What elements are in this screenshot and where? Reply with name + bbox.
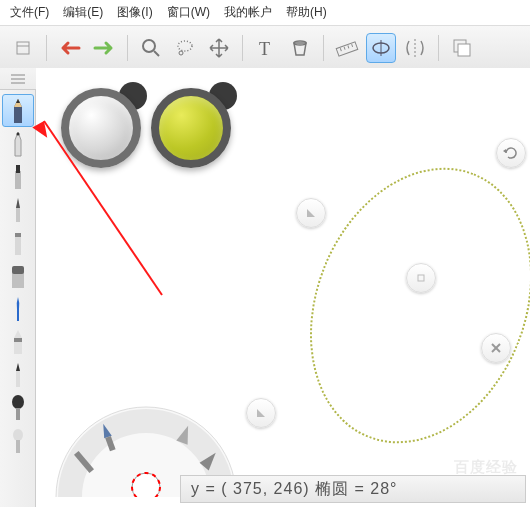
resize-handle-2[interactable]	[246, 398, 276, 428]
menu-help[interactable]: 帮助(H)	[286, 4, 327, 21]
marker-icon	[10, 163, 26, 191]
svg-marker-23	[16, 99, 20, 103]
svg-point-4	[178, 41, 192, 51]
ruler-button[interactable]	[332, 33, 362, 63]
triangle-icon	[255, 407, 267, 419]
color-ring-icon[interactable]	[132, 473, 160, 497]
symmetry-button[interactable]	[400, 33, 430, 63]
svg-point-24	[16, 132, 19, 135]
bucket-button[interactable]	[285, 33, 315, 63]
pencil-icon	[8, 97, 28, 125]
puck-ring	[151, 88, 231, 168]
separator	[242, 35, 243, 61]
lasso-icon	[174, 37, 196, 59]
symmetry-icon	[403, 37, 427, 59]
svg-marker-37	[307, 209, 315, 217]
separator	[127, 35, 128, 61]
rotate-handle[interactable]	[496, 138, 526, 168]
separator	[46, 35, 47, 61]
airbrush-icon	[9, 328, 27, 356]
svg-rect-29	[12, 272, 24, 288]
svg-point-32	[12, 395, 24, 409]
collapse-toggle[interactable]	[8, 33, 38, 63]
detail-brush-tool[interactable]	[2, 358, 34, 391]
resize-handle-1[interactable]	[296, 198, 326, 228]
svg-marker-41	[257, 409, 265, 417]
flat-brush-icon	[8, 262, 28, 290]
detail-brush-icon	[11, 361, 25, 389]
close-handle[interactable]	[481, 333, 511, 363]
fine-brush-icon	[11, 295, 25, 323]
svg-line-10	[344, 46, 345, 49]
zoom-button[interactable]	[136, 33, 166, 63]
lasso-button[interactable]	[170, 33, 200, 63]
text-icon: T	[255, 37, 277, 59]
svg-line-9	[340, 48, 341, 51]
undo-icon	[57, 40, 83, 56]
move-button[interactable]	[204, 33, 234, 63]
menu-edit[interactable]: 编辑(E)	[63, 4, 103, 21]
svg-rect-26	[16, 165, 20, 173]
svg-line-3	[154, 51, 159, 56]
menubar: 文件(F) 编辑(E) 图像(I) 窗口(W) 我的帐户 帮助(H)	[0, 0, 530, 26]
move-icon	[208, 37, 230, 59]
brush-toolbar	[0, 90, 36, 507]
center-handle[interactable]	[406, 263, 436, 293]
svg-rect-8	[336, 41, 358, 55]
pencil-tool[interactable]	[2, 94, 34, 127]
menu-image[interactable]: 图像(I)	[117, 4, 152, 21]
svg-rect-38	[418, 275, 424, 281]
brush-size-puck[interactable]	[61, 88, 141, 168]
fine-brush-tool[interactable]	[2, 292, 34, 325]
menu-account[interactable]: 我的帐户	[224, 4, 272, 21]
status-text: y = ( 375, 246) 椭圆 = 28°	[191, 479, 398, 500]
separator	[438, 35, 439, 61]
puck-ring	[61, 88, 141, 168]
round-brush-tool[interactable]	[2, 391, 34, 424]
sidebar-toggle[interactable]	[0, 68, 36, 90]
undo-button[interactable]	[55, 33, 85, 63]
brush-tool-1[interactable]	[2, 193, 34, 226]
svg-rect-17	[458, 44, 470, 56]
svg-rect-25	[15, 171, 21, 189]
layers-button[interactable]	[447, 33, 477, 63]
rotate-icon	[503, 145, 519, 161]
ellipse-guide[interactable]	[270, 134, 530, 477]
chisel-icon	[10, 229, 26, 257]
svg-line-11	[348, 45, 349, 48]
menu-window[interactable]: 窗口(W)	[167, 4, 210, 21]
svg-point-34	[13, 429, 23, 441]
ellipse-path	[270, 134, 530, 477]
ellipse-guide-button[interactable]	[366, 33, 396, 63]
triangle-icon	[305, 207, 317, 219]
redo-icon	[91, 40, 117, 56]
marker-tool[interactable]	[2, 160, 34, 193]
round-brush-icon	[9, 394, 27, 422]
pen-tool[interactable]	[2, 127, 34, 160]
canvas[interactable]: 百度经验	[36, 68, 530, 507]
svg-rect-31	[14, 338, 22, 342]
airbrush-tool[interactable]	[2, 325, 34, 358]
color-puck[interactable]	[151, 88, 231, 168]
text-button[interactable]: T	[251, 33, 281, 63]
separator	[323, 35, 324, 61]
brush-icon	[10, 196, 26, 224]
chisel-tool[interactable]	[2, 226, 34, 259]
layers-icon	[451, 37, 473, 59]
statusbar: y = ( 375, 246) 椭圆 = 28°	[180, 475, 526, 503]
menu-file[interactable]: 文件(F)	[10, 4, 49, 21]
svg-point-2	[143, 40, 155, 52]
svg-rect-33	[16, 408, 20, 420]
ruler-icon	[335, 37, 359, 59]
ellipse-icon	[370, 37, 392, 59]
svg-marker-36	[503, 149, 506, 153]
svg-line-12	[352, 44, 353, 47]
redo-button[interactable]	[89, 33, 119, 63]
svg-point-5	[179, 51, 183, 55]
pen-icon	[10, 130, 26, 158]
soft-brush-tool[interactable]	[2, 424, 34, 457]
bucket-icon	[289, 37, 311, 59]
flat-brush-tool[interactable]	[2, 259, 34, 292]
close-icon	[490, 342, 502, 354]
svg-text:T: T	[259, 39, 270, 59]
